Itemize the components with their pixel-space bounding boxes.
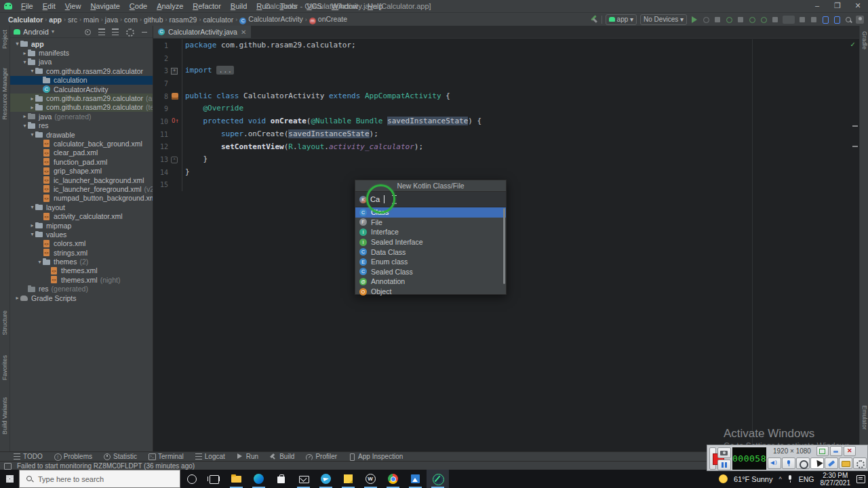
tree-item-calculation[interactable]: calculation xyxy=(10,76,153,85)
chevron-down-icon[interactable]: ▾ xyxy=(29,131,35,138)
taskbar-search-box[interactable]: Type here to search xyxy=(19,470,180,488)
menu-code[interactable]: Code xyxy=(125,0,152,12)
profiler-icon[interactable] xyxy=(748,16,756,24)
popup-item-data-class[interactable]: CData Class xyxy=(355,247,506,257)
taskbar-app-w-ring[interactable] xyxy=(359,470,382,488)
tree-item-grip-shape-xml[interactable]: grip_shape.xml xyxy=(10,166,153,175)
minimize-button[interactable]: – xyxy=(807,0,827,12)
chevron-right-icon[interactable]: ▸ xyxy=(29,96,35,102)
attach-debugger-icon[interactable] xyxy=(736,16,745,24)
recorder-settings-button[interactable] xyxy=(853,458,867,469)
tree-item-java[interactable]: ▸java(generated) xyxy=(10,112,153,121)
tree-item-activity-calculator-xml[interactable]: activity_calculator.xml xyxy=(10,211,153,220)
settings-gear-icon[interactable] xyxy=(125,28,134,36)
language-indicator[interactable]: ENG xyxy=(799,475,814,483)
taskbar-app-store[interactable] xyxy=(270,470,292,488)
tree-item-com-github-rasam29-calculator[interactable]: ▾com.github.rasam29.calculator xyxy=(10,66,153,75)
toolwindow-terminal[interactable]: Terminal xyxy=(149,453,184,460)
output-folder-button[interactable] xyxy=(839,458,852,469)
fold-expand-icon[interactable]: + xyxy=(171,68,178,75)
collapse-all-icon[interactable] xyxy=(98,28,105,36)
profile-app-icon[interactable] xyxy=(760,16,768,24)
recorder-close-button[interactable] xyxy=(844,446,856,456)
popup-item-enum-class[interactable]: EEnum class xyxy=(355,257,506,267)
tree-item-ic-launcher-background-xml[interactable]: ic_launcher_background.xml xyxy=(10,176,153,184)
breadcrumb-item[interactable]: src xyxy=(66,16,79,24)
tree-item-colors-xml[interactable]: colors.xml xyxy=(10,239,153,248)
menu-edit[interactable]: Edit xyxy=(38,0,60,12)
tab-close-icon[interactable]: ✕ xyxy=(241,28,246,36)
chevron-right-icon[interactable]: ▸ xyxy=(29,104,35,110)
toolwindow-switcher-icon[interactable] xyxy=(4,463,12,470)
expand-all-icon[interactable] xyxy=(112,28,119,36)
run-icon[interactable] xyxy=(690,16,698,24)
start-button[interactable] xyxy=(0,470,19,488)
taskbar-app-android-studio[interactable] xyxy=(427,470,449,488)
tree-item-clear-pad-xml[interactable]: clear_pad.xml xyxy=(10,148,153,157)
task-view-button[interactable] xyxy=(203,470,225,488)
speaker-icon[interactable] xyxy=(768,458,781,469)
tray-chevron-icon[interactable]: ^ xyxy=(779,476,782,483)
region-select-button[interactable] xyxy=(816,446,829,456)
inspection-ok-icon[interactable]: ✓ xyxy=(850,41,856,48)
class-marker-icon[interactable] xyxy=(172,93,178,100)
pause-button[interactable] xyxy=(717,460,731,470)
rerun-icon[interactable] xyxy=(702,16,710,24)
toolwindow-todo[interactable]: TODO xyxy=(14,453,43,460)
taskbar-clock[interactable]: 2:30 PM 8/27/2021 xyxy=(821,472,851,487)
taskbar-app-mail[interactable] xyxy=(292,470,315,488)
tray-microphone-icon[interactable] xyxy=(788,474,793,483)
toolwindow-build[interactable]: Build xyxy=(270,453,294,460)
close-button[interactable]: ✕ xyxy=(848,0,868,12)
breadcrumb-item[interactable]: main xyxy=(82,16,100,24)
tree-item-ic-launcher-foreground-xml[interactable]: ic_launcher_foreground.xml(v24) xyxy=(10,184,153,193)
chevron-down-icon[interactable]: ▾ xyxy=(29,68,35,74)
breadcrumb-item[interactable]: monCreate xyxy=(308,15,349,24)
avd-manager-icon[interactable] xyxy=(810,16,818,24)
tree-item-res[interactable]: ▾res xyxy=(10,121,153,130)
breadcrumb-item[interactable]: calculator xyxy=(201,16,235,24)
tool-tab-build-variants[interactable]: Build Variants xyxy=(1,397,8,434)
toolwindow-app-inspection[interactable]: App Inspection xyxy=(349,453,403,460)
screenshot-button[interactable] xyxy=(717,447,731,458)
cursor-capture-button[interactable] xyxy=(810,458,824,469)
chevron-down-icon[interactable]: ▾ xyxy=(22,123,28,129)
taskbar-app-photos[interactable] xyxy=(404,470,427,488)
action-center-icon[interactable] xyxy=(856,475,865,483)
tree-item-function-pad-xml[interactable]: function_pad.xml xyxy=(10,157,153,166)
tool-tab-emulator[interactable]: Emulator xyxy=(861,405,868,430)
tool-tab-gradle[interactable]: Gradle xyxy=(861,31,868,49)
hide-panel-icon[interactable] xyxy=(140,28,149,36)
draw-pencil-button[interactable] xyxy=(825,458,838,469)
tool-tab-project[interactable]: Project xyxy=(1,30,8,49)
tree-item-themes-xml[interactable]: themes.xml(night) xyxy=(10,275,153,284)
override-marker-icon[interactable]: O↑ xyxy=(172,117,179,125)
breadcrumb-item[interactable]: app xyxy=(47,16,63,24)
tree-item-com-github-rasam29-calculator[interactable]: ▸com.github.rasam29.calculator(androidTe… xyxy=(10,94,153,102)
weather-sun-icon[interactable] xyxy=(719,474,728,483)
project-view-selector[interactable]: Android xyxy=(23,28,49,36)
toolwindow-problems[interactable]: Problems xyxy=(54,453,92,460)
breadcrumb-item[interactable]: Calculator xyxy=(7,16,44,24)
breadcrumb-item[interactable]: java xyxy=(104,16,119,24)
fold-end-icon[interactable]: ⌃ xyxy=(171,157,178,163)
popup-item-object[interactable]: OObject xyxy=(355,287,506,297)
chevron-down-icon[interactable]: ▾ xyxy=(14,41,20,47)
tree-item-numpad-button-background-xml[interactable]: numpad_button_background.xml xyxy=(10,194,153,203)
device-manager-icon[interactable] xyxy=(821,16,829,24)
toolwindow-profiler[interactable]: Profiler xyxy=(306,453,337,460)
tool-tab-resource-manager[interactable]: Resource Manager xyxy=(1,68,8,120)
tree-item-manifests[interactable]: ▸manifests xyxy=(10,48,153,57)
stop-recording-button[interactable] xyxy=(709,447,716,470)
taskbar-app-edge[interactable] xyxy=(248,470,270,488)
chevron-right-icon[interactable]: ▸ xyxy=(22,113,28,119)
run-config-dropdown[interactable]: app ▾ xyxy=(606,14,637,25)
tree-item-calculatoractivity[interactable]: CalculatorActivity xyxy=(10,85,153,94)
debug-icon[interactable] xyxy=(725,16,733,24)
stop-icon[interactable] xyxy=(771,16,779,24)
menu-build[interactable]: Build xyxy=(226,0,252,12)
tree-item-calculator-back-ground-xml[interactable]: calculator_back_ground.xml xyxy=(10,139,153,148)
breadcrumb-item[interactable]: com xyxy=(123,16,139,24)
tree-item-gradle-scripts[interactable]: ▸Gradle Scripts xyxy=(10,293,153,302)
chevron-right-icon[interactable]: ▸ xyxy=(29,222,35,228)
